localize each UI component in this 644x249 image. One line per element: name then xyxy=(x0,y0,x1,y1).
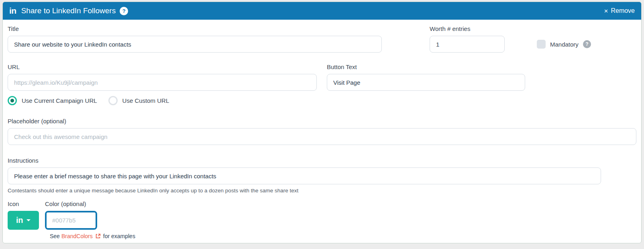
row-url-buttontext: URL Button Text xyxy=(8,63,636,91)
linkedin-icon: in xyxy=(16,216,23,225)
icon-label: Icon xyxy=(8,200,45,207)
brandcolors-suffix: for examples xyxy=(103,233,135,239)
instructions-label: Instructions xyxy=(8,157,601,164)
worth-entries-label: Worth # entries xyxy=(430,25,505,32)
color-input-focus-border xyxy=(45,211,97,230)
color-field-group: Color (optional) xyxy=(45,200,101,230)
brandcolors-hint: See BrandColors for examples xyxy=(50,233,636,239)
remove-button[interactable]: × Remove xyxy=(604,7,635,14)
color-label: Color (optional) xyxy=(45,200,101,207)
linkedin-icon: in xyxy=(9,6,16,16)
button-text-input[interactable] xyxy=(327,74,525,91)
url-label: URL xyxy=(8,63,317,70)
row-placeholder: Placeholder (optional) xyxy=(8,118,636,145)
share-linkedin-panel: in Share to LinkedIn Followers ? × Remov… xyxy=(2,2,642,243)
row-icon-color: Icon in Color (optional) xyxy=(8,200,636,230)
mandatory-label: Mandatory xyxy=(550,41,579,48)
button-text-label: Button Text xyxy=(327,63,525,70)
worth-entries-input[interactable] xyxy=(430,36,505,53)
mandatory-help-icon[interactable]: ? xyxy=(583,40,591,48)
remove-label: Remove xyxy=(611,7,635,14)
radio-label-custom: Use Custom URL xyxy=(122,97,169,104)
radio-unselected-icon[interactable] xyxy=(108,96,118,105)
icon-field-group: Icon in xyxy=(8,200,45,230)
radio-label-current: Use Current Campaign URL xyxy=(22,97,97,104)
instructions-field-group: Instructions xyxy=(8,157,601,184)
title-field-group: Title xyxy=(8,25,382,53)
instructions-input[interactable] xyxy=(8,167,601,184)
row-instructions: Instructions xyxy=(8,157,636,184)
url-mode-radio-group: Use Current Campaign URL Use Custom URL xyxy=(8,96,636,105)
title-label: Title xyxy=(8,25,382,32)
icon-dropdown-button[interactable]: in xyxy=(8,211,39,230)
row-title-worth: Title Worth # entries Mandatory ? xyxy=(8,25,636,53)
mandatory-group: Mandatory ? xyxy=(537,40,591,49)
button-text-field-group: Button Text xyxy=(327,63,525,91)
panel-title: Share to LinkedIn Followers xyxy=(21,6,116,15)
radio-use-custom-url[interactable]: Use Custom URL xyxy=(108,96,169,105)
radio-use-current-campaign-url[interactable]: Use Current Campaign URL xyxy=(8,96,97,105)
title-input[interactable] xyxy=(8,36,382,53)
instructions-helper-text: Contestants should enter a unique messag… xyxy=(8,188,636,194)
radio-selected-icon[interactable] xyxy=(8,96,17,105)
worth-field-group: Worth # entries xyxy=(430,25,505,53)
mandatory-checkbox[interactable] xyxy=(537,40,546,49)
help-icon[interactable]: ? xyxy=(120,7,128,15)
placeholder-input[interactable] xyxy=(8,128,636,145)
close-icon: × xyxy=(604,8,608,14)
panel-body: Title Worth # entries Mandatory ? URL Bu… xyxy=(3,20,641,239)
placeholder-field-group: Placeholder (optional) xyxy=(8,118,636,145)
panel-header: in Share to LinkedIn Followers ? × Remov… xyxy=(3,2,641,20)
url-input[interactable] xyxy=(8,74,317,91)
placeholder-label: Placeholder (optional) xyxy=(8,118,636,124)
brandcolors-link[interactable]: BrandColors xyxy=(61,233,93,239)
chevron-down-icon xyxy=(26,219,31,221)
color-input[interactable] xyxy=(47,212,96,228)
url-field-group: URL xyxy=(8,63,317,91)
brandcolors-prefix: See xyxy=(50,233,60,239)
external-link-icon[interactable] xyxy=(95,233,101,239)
